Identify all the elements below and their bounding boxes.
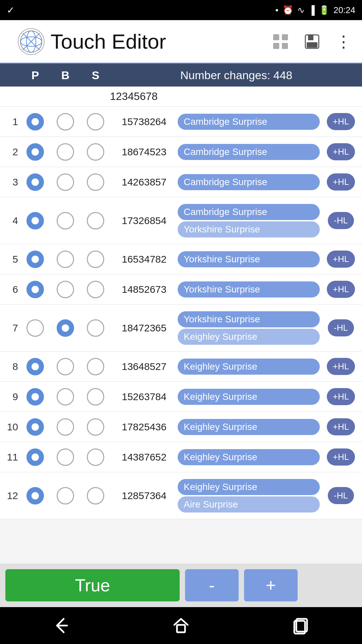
b-radio[interactable] (50, 212, 80, 229)
s-radio[interactable] (80, 418, 111, 436)
table-row: 1114387652Keighley Surprise+HL (0, 442, 362, 472)
row-number: 3 (0, 176, 20, 188)
method-badge[interactable]: Yorkshire Surprise (178, 251, 320, 267)
s-radio[interactable] (80, 212, 111, 229)
plus-button[interactable]: + (244, 569, 298, 601)
radio-group (20, 388, 111, 406)
row-number: 9 (0, 391, 20, 402)
p-radio[interactable] (20, 319, 50, 337)
methods-col: Keighley SurpriseAire Surprise (178, 479, 320, 513)
col-s-header: S (80, 69, 111, 82)
nav-bar (0, 607, 362, 644)
radio-group (20, 212, 111, 229)
s-radio[interactable] (80, 388, 111, 406)
hl-button[interactable]: +HL (322, 143, 359, 160)
method-badge[interactable]: Keighley Surprise (178, 449, 320, 465)
s-radio[interactable] (80, 251, 111, 268)
method-badge[interactable]: Cambridge Surprise (178, 144, 320, 160)
home-nav-icon[interactable] (161, 612, 201, 639)
battery-icon: 🔋 (319, 5, 329, 15)
app-logo[interactable] (18, 28, 45, 55)
method-badge[interactable]: Cambridge Surprise (178, 114, 320, 130)
b-radio[interactable] (50, 319, 80, 337)
hl-button[interactable]: +HL (322, 251, 359, 268)
b-radio[interactable] (50, 448, 80, 466)
b-radio[interactable] (50, 281, 80, 298)
row-number: 4 (0, 215, 20, 226)
method-badge[interactable]: Cambridge Surprise (178, 204, 320, 220)
b-radio[interactable] (50, 173, 80, 191)
s-radio[interactable] (80, 281, 111, 298)
p-radio[interactable] (20, 212, 50, 229)
svg-rect-8 (282, 43, 288, 49)
b-radio[interactable] (50, 487, 80, 504)
column-header: P B S Number changes: 448 (0, 64, 362, 87)
grid-icon[interactable] (269, 30, 292, 53)
recents-nav-icon[interactable] (282, 612, 322, 639)
hl-button[interactable]: +HL (322, 388, 359, 405)
s-radio[interactable] (80, 143, 111, 161)
back-button[interactable]: ‹ (7, 33, 12, 50)
true-button[interactable]: True (5, 569, 180, 601)
method-badge[interactable]: Yorkshire Surprise (178, 311, 320, 327)
hl-button[interactable]: -HL (322, 319, 359, 336)
p-radio[interactable] (20, 251, 50, 268)
p-radio[interactable] (20, 388, 50, 406)
table-row: 417326854Cambridge SurpriseYorkshire Sur… (0, 197, 362, 244)
p-radio[interactable] (20, 281, 50, 298)
more-options-icon[interactable]: ⋮ (332, 30, 355, 53)
sequence-header-value: 12345678 (110, 90, 158, 103)
b-radio[interactable] (50, 251, 80, 268)
row-number: 8 (0, 361, 20, 372)
b-radio[interactable] (50, 358, 80, 375)
hl-button[interactable]: -HL (322, 212, 359, 229)
method-badge[interactable]: Keighley Surprise (178, 479, 320, 495)
hl-button[interactable]: +HL (322, 448, 359, 466)
hl-button[interactable]: +HL (322, 418, 359, 435)
s-radio[interactable] (80, 358, 111, 375)
hl-button[interactable]: +HL (322, 113, 359, 130)
method-badge[interactable]: Keighley Surprise (178, 359, 320, 375)
save-icon[interactable] (300, 30, 324, 53)
logo-svg (19, 30, 43, 53)
method-badge[interactable]: Keighley Surprise (178, 329, 320, 345)
p-radio[interactable] (20, 418, 50, 436)
method-badge[interactable]: Keighley Surprise (178, 419, 320, 435)
radio-group (20, 358, 111, 375)
p-radio[interactable] (20, 487, 50, 504)
col-p-header: P (20, 69, 50, 82)
method-badge[interactable]: Keighley Surprise (178, 389, 320, 405)
s-radio[interactable] (80, 113, 111, 130)
method-badge[interactable]: Cambridge Surprise (178, 174, 320, 190)
s-radio[interactable] (80, 173, 111, 191)
p-radio[interactable] (20, 448, 50, 466)
number-changes-label: Number changes: 448 (111, 69, 362, 82)
p-radio[interactable] (20, 358, 50, 375)
method-badge[interactable]: Yorkshire Surprise (178, 221, 320, 237)
row-sequence: 15263784 (111, 391, 178, 402)
method-badge[interactable]: Aire Surprise (178, 496, 320, 513)
hl-button[interactable]: +HL (322, 358, 359, 375)
b-radio[interactable] (50, 418, 80, 436)
minus-button[interactable]: - (185, 569, 239, 601)
s-radio[interactable] (80, 448, 111, 466)
radio-group (20, 319, 111, 337)
row-sequence: 14263857 (111, 176, 178, 188)
hl-button[interactable]: +HL (322, 173, 359, 191)
method-badge[interactable]: Yorkshire Surprise (178, 281, 320, 298)
p-radio[interactable] (20, 143, 50, 161)
b-radio[interactable] (50, 143, 80, 161)
svg-rect-11 (307, 42, 317, 48)
touch-list: 115738264Cambridge Surprise+HL218674523C… (0, 107, 362, 564)
back-nav-icon[interactable] (40, 612, 80, 639)
table-row: 115738264Cambridge Surprise+HL (0, 107, 362, 137)
p-radio[interactable] (20, 173, 50, 191)
hl-button[interactable]: -HL (322, 487, 359, 504)
app-bar: ‹ Touch Editor ⋮ (0, 20, 362, 64)
s-radio[interactable] (80, 487, 111, 504)
b-radio[interactable] (50, 388, 80, 406)
s-radio[interactable] (80, 319, 111, 337)
b-radio[interactable] (50, 113, 80, 130)
p-radio[interactable] (20, 113, 50, 130)
hl-button[interactable]: +HL (322, 281, 359, 298)
